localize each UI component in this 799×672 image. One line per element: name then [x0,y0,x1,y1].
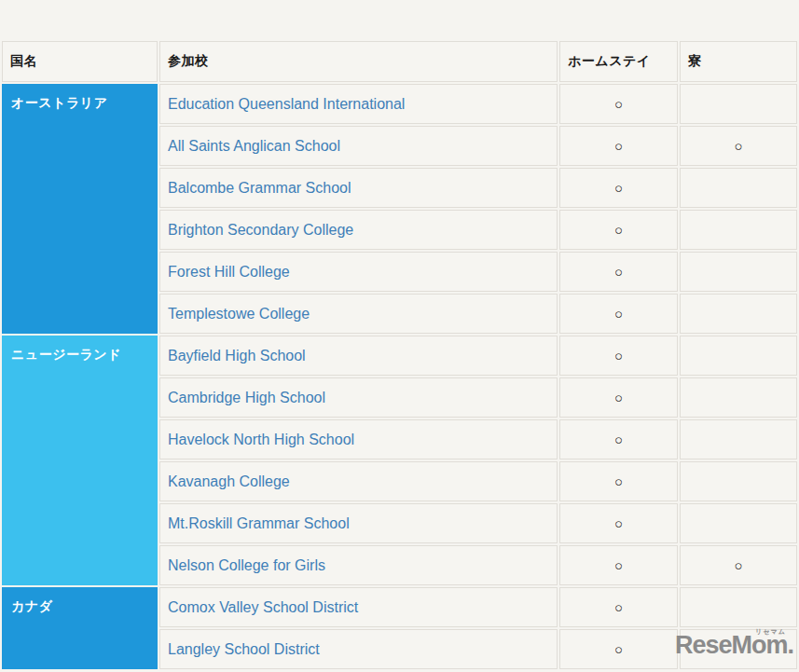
dorm-mark [680,503,797,543]
resemom-logo-dot: . [787,631,794,659]
school-link[interactable]: Nelson College for Girls [168,557,325,573]
resemom-logo-text: ReseMom [675,631,788,659]
header-school: 参加校 [159,41,558,82]
school-link[interactable]: Mt.Roskill Grammar School [168,515,350,531]
homestay-mark: ○ [559,377,678,418]
dorm-mark [680,294,797,334]
dorm-mark: ○ [680,126,797,166]
schools-table: 国名 参加校 ホームステイ 寮 オーストラリア Education Queens… [0,39,799,671]
homestay-mark: ○ [559,503,678,543]
dorm-mark [680,336,797,376]
homestay-mark: ○ [559,629,678,669]
dorm-mark: ○ [680,545,797,585]
dorm-mark [680,461,797,501]
school-link[interactable]: Comox Valley School District [168,599,358,615]
homestay-mark: ○ [559,294,678,334]
school-link[interactable]: Balcombe Grammar School [168,180,351,196]
dorm-mark [680,210,797,250]
homestay-mark: ○ [559,587,678,627]
country-cell-newzealand: ニュージーランド [2,336,158,585]
school-link[interactable]: Forest Hill College [168,264,290,280]
dorm-mark [680,252,797,292]
homestay-mark: ○ [559,419,678,459]
school-link[interactable]: All Saints Anglican School [168,138,340,154]
school-link[interactable]: Brighton Secondary College [168,222,353,238]
resemom-logo: リセマムReseMom. [675,626,794,658]
school-link[interactable]: Langley School District [168,641,320,657]
school-link[interactable]: Bayfield High School [168,348,306,363]
homestay-mark: ○ [559,336,678,376]
school-link[interactable]: Cambridge High School [168,390,325,405]
homestay-mark: ○ [559,210,678,250]
country-cell-canada: カナダ [2,587,158,669]
homestay-mark: ○ [559,168,678,208]
homestay-mark: ○ [559,461,678,501]
header-homestay: ホームステイ [559,41,678,82]
dorm-mark [680,419,797,459]
resemom-logo-ruby: リセマム [755,628,786,635]
table-row: ニュージーランド Bayfield High School ○ [2,336,797,376]
homestay-mark: ○ [559,84,678,124]
school-link[interactable]: Kavanagh College [168,473,290,489]
homestay-mark: ○ [559,252,678,292]
school-link[interactable]: Templestowe College [168,306,310,322]
homestay-mark: ○ [559,126,678,166]
page: { "table": { "headers": { "country": "国名… [0,0,799,672]
homestay-mark: ○ [559,545,678,585]
table-row: カナダ Comox Valley School District ○ [2,587,797,627]
dorm-mark [680,587,797,627]
header-country: 国名 [2,41,158,82]
table-row: オーストラリア Education Queensland Internation… [2,84,797,124]
dorm-mark [680,84,797,124]
header-dorm: 寮 [680,41,797,82]
school-link[interactable]: Havelock North High School [168,432,354,447]
country-cell-australia: オーストラリア [2,84,158,334]
dorm-mark [680,168,797,208]
dorm-mark [680,377,797,418]
school-link[interactable]: Education Queensland International [168,96,405,112]
header-row: 国名 参加校 ホームステイ 寮 [2,41,797,82]
